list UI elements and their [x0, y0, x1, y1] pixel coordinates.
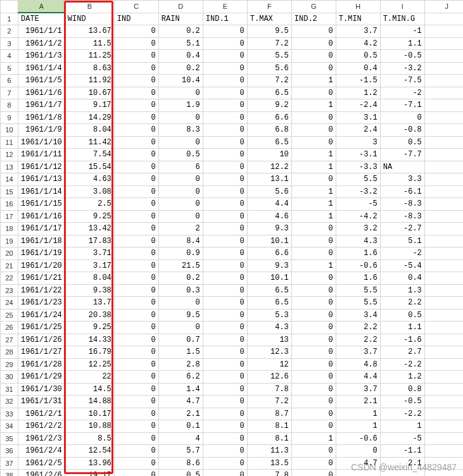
row-header[interactable]: 4	[1, 50, 18, 63]
row-header[interactable]: 6	[1, 75, 18, 87]
cell-D30[interactable]: 6.2	[158, 371, 203, 384]
cell-F31[interactable]: 7.8	[247, 383, 291, 396]
cell-I36[interactable]: -1.1	[380, 445, 424, 458]
row-header[interactable]: 10	[1, 124, 18, 137]
cell-C8[interactable]: 0	[114, 99, 158, 112]
cell-F12[interactable]: 10	[247, 149, 291, 161]
cell-I14[interactable]: 3.3	[380, 173, 424, 186]
cell-D18[interactable]: 2	[158, 223, 203, 235]
cell-G34[interactable]: 0	[291, 420, 336, 433]
row-header[interactable]: 28	[1, 346, 18, 359]
cell-E35[interactable]: 0	[203, 432, 247, 445]
cell-D1[interactable]: RAIN	[158, 13, 203, 25]
cell-D13[interactable]: 6	[158, 161, 203, 173]
cell-B27[interactable]: 14.33	[65, 334, 114, 346]
column-header-B[interactable]: B	[65, 1, 114, 13]
row-header[interactable]: 15	[1, 185, 18, 198]
cell-A8[interactable]: 1961/1/7	[18, 99, 65, 112]
cell-I27[interactable]: -1.6	[380, 334, 424, 346]
cell-H4[interactable]: 0.5	[336, 50, 380, 63]
row-header[interactable]: 12	[1, 149, 18, 161]
cell-J3[interactable]	[424, 37, 463, 50]
cell-D34[interactable]: 0.1	[158, 420, 203, 433]
cell-J7[interactable]	[424, 87, 463, 99]
cell-E11[interactable]: 0	[203, 136, 247, 149]
cell-G32[interactable]: 0	[291, 396, 336, 408]
row-header[interactable]: 26	[1, 322, 18, 334]
cell-C38[interactable]: 0	[114, 470, 158, 477]
cell-F6[interactable]: 7.2	[247, 75, 291, 87]
cell-H7[interactable]: 1.2	[336, 87, 380, 99]
cell-C10[interactable]: 0	[114, 124, 158, 137]
cell-A2[interactable]: 1961/1/1	[18, 25, 65, 38]
cell-A7[interactable]: 1961/1/6	[18, 87, 65, 99]
cell-C14[interactable]: 0	[114, 173, 158, 186]
cell-A12[interactable]: 1961/1/11	[18, 149, 65, 161]
cell-J6[interactable]	[424, 75, 463, 87]
cell-H1[interactable]: T.MIN	[336, 13, 380, 25]
cell-D28[interactable]: 1.5	[158, 346, 203, 359]
cell-E9[interactable]: 0	[203, 111, 247, 124]
cell-J12[interactable]	[424, 149, 463, 161]
cell-I3[interactable]: 1.1	[380, 37, 424, 50]
cell-E6[interactable]: 0	[203, 75, 247, 87]
cell-D7[interactable]: 0	[158, 87, 203, 99]
cell-B28[interactable]: 16.79	[65, 346, 114, 359]
cell-G13[interactable]: 1	[291, 161, 336, 173]
cell-G30[interactable]: 0	[291, 371, 336, 384]
select-all-corner[interactable]	[1, 1, 18, 13]
cell-H25[interactable]: 3.4	[336, 309, 380, 322]
cell-H3[interactable]: 4.2	[336, 37, 380, 50]
row-header[interactable]: 19	[1, 235, 18, 247]
cell-E24[interactable]: 0	[203, 297, 247, 310]
cell-A25[interactable]: 1961/1/24	[18, 309, 65, 322]
cell-C36[interactable]: 0	[114, 445, 158, 458]
cell-J22[interactable]	[424, 272, 463, 285]
cell-E23[interactable]: 0	[203, 284, 247, 297]
cell-I22[interactable]: 0.4	[380, 272, 424, 285]
cell-C30[interactable]: 0	[114, 371, 158, 384]
cell-D33[interactable]: 2.1	[158, 408, 203, 420]
cell-D36[interactable]: 5.7	[158, 445, 203, 458]
cell-G21[interactable]: 1	[291, 260, 336, 272]
cell-A30[interactable]: 1961/1/29	[18, 371, 65, 384]
cell-B2[interactable]: 13.67	[65, 25, 114, 38]
row-header[interactable]: 38	[1, 470, 18, 477]
cell-A28[interactable]: 1961/1/27	[18, 346, 65, 359]
cell-C18[interactable]: 0	[114, 223, 158, 235]
column-header-D[interactable]: D	[158, 1, 203, 13]
cell-B33[interactable]: 10.17	[65, 408, 114, 420]
cell-B5[interactable]: 8.63	[65, 62, 114, 75]
cell-G36[interactable]: 0	[291, 445, 336, 458]
cell-I12[interactable]: -7.7	[380, 149, 424, 161]
cell-J34[interactable]	[424, 420, 463, 433]
cell-J14[interactable]	[424, 173, 463, 186]
cell-G1[interactable]: IND.2	[291, 13, 336, 25]
cell-B13[interactable]: 15.54	[65, 161, 114, 173]
cell-G19[interactable]: 0	[291, 235, 336, 247]
cell-F32[interactable]: 7.2	[247, 396, 291, 408]
cell-C26[interactable]: 0	[114, 322, 158, 334]
cell-B16[interactable]: 2.5	[65, 198, 114, 211]
cell-F23[interactable]: 6.5	[247, 284, 291, 297]
row-header[interactable]: 32	[1, 396, 18, 408]
cell-H10[interactable]: 2.4	[336, 124, 380, 137]
row-header[interactable]: 8	[1, 99, 18, 112]
cell-J24[interactable]	[424, 297, 463, 310]
cell-I5[interactable]: -3.2	[380, 62, 424, 75]
cell-J16[interactable]	[424, 198, 463, 211]
cell-F7[interactable]: 6.5	[247, 87, 291, 99]
row-header[interactable]: 20	[1, 247, 18, 260]
cell-H22[interactable]: 1.6	[336, 272, 380, 285]
cell-A37[interactable]: 1961/2/5	[18, 457, 65, 470]
cell-G37[interactable]: 0	[291, 457, 336, 470]
cell-G15[interactable]: 1	[291, 185, 336, 198]
cell-C24[interactable]: 0	[114, 297, 158, 310]
cell-J10[interactable]	[424, 124, 463, 137]
row-header[interactable]: 34	[1, 420, 18, 433]
cell-I1[interactable]: T.MIN.G	[380, 13, 424, 25]
cell-D21[interactable]: 21.5	[158, 260, 203, 272]
cell-G10[interactable]: 0	[291, 124, 336, 137]
cell-B18[interactable]: 13.42	[65, 223, 114, 235]
cell-I35[interactable]: -5	[380, 432, 424, 445]
